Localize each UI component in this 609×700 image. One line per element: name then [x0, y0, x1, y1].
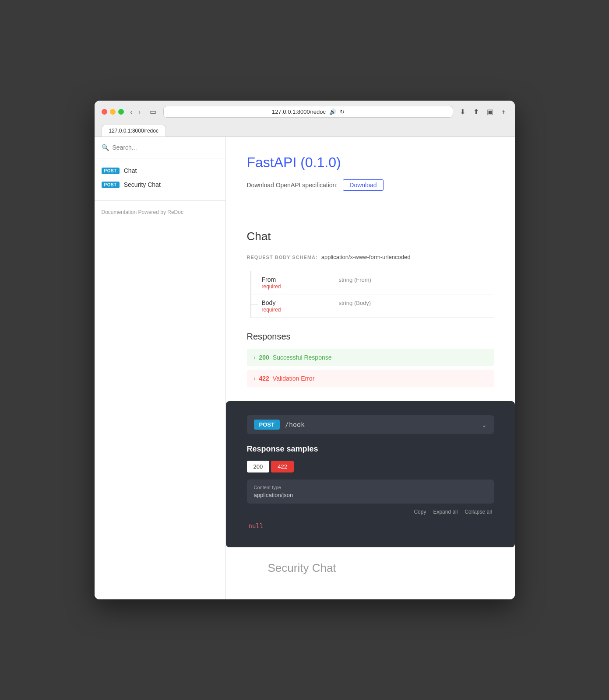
openapi-spec-row: Download OpenAPI specification: Download: [247, 179, 494, 191]
back-button[interactable]: ‹: [128, 107, 135, 117]
sidebar-item-security-chat[interactable]: POST Security Chat: [95, 178, 225, 192]
sidebar-toggle-button[interactable]: ▭: [147, 106, 159, 117]
search-input[interactable]: [113, 144, 218, 151]
duplicate-tab-icon[interactable]: ▣: [485, 106, 496, 117]
response-samples-title: Response samples: [247, 444, 494, 454]
address-text: 127.0.0.1:8000/redoc: [272, 108, 326, 115]
search-container: 🔍: [95, 144, 225, 158]
download-button[interactable]: Download: [343, 179, 383, 191]
field-type-body: string (Body): [328, 299, 371, 306]
section-divider-1: [226, 212, 515, 212]
endpoint-header[interactable]: POST /hook ⌄: [247, 415, 494, 434]
field-required-from: required: [262, 284, 328, 290]
expand-all-button[interactable]: Expand all: [433, 509, 458, 515]
minimize-button[interactable]: [110, 109, 116, 115]
download-status-icon[interactable]: ⬇: [458, 106, 468, 117]
sidebar-nav: POST Chat POST Security Chat: [95, 158, 225, 197]
responses-title: Responses: [247, 332, 494, 342]
code-block-header: Copy Expand all Collapse all: [247, 505, 494, 518]
sidebar: 🔍 POST Chat POST Security Chat Documenta…: [95, 137, 226, 599]
field-required-body: required: [262, 307, 328, 313]
audio-icon: 🔊: [329, 108, 336, 115]
sidebar-footer: Documentation Powered by ReDoc: [95, 200, 225, 223]
chat-section-title: Chat: [247, 230, 494, 243]
schema-type: application/x-www-form-urlencoded: [321, 254, 411, 260]
next-section: Security Chat: [247, 547, 494, 582]
content-type-value: application/json: [254, 492, 487, 498]
sidebar-item-chat[interactable]: POST Chat: [95, 164, 225, 178]
sidebar-item-label-chat: Chat: [124, 167, 137, 174]
response-tab-422[interactable]: 422: [271, 461, 294, 472]
endpoint-method-path: POST /hook: [254, 420, 305, 430]
collapse-all-button[interactable]: Collapse all: [465, 509, 492, 515]
response-tab-200[interactable]: 200: [247, 461, 270, 472]
copy-button[interactable]: Copy: [414, 509, 426, 515]
response-item-422[interactable]: › 422 Validation Error: [247, 370, 494, 387]
post-badge-chat: POST: [102, 168, 120, 174]
field-info-from: From required: [258, 276, 328, 290]
response-chevron-200: ›: [254, 354, 256, 360]
openapi-spec-label: Download OpenAPI specification:: [247, 182, 338, 189]
dark-panel: POST /hook ⌄ Response samples 200 422 Co…: [226, 401, 515, 547]
schema-fields: From required string (From) Body require…: [250, 271, 494, 318]
response-chevron-422: ›: [254, 375, 256, 382]
redoc-link[interactable]: Documentation Powered by ReDoc: [102, 209, 183, 215]
field-connector-body: [251, 304, 258, 304]
main-content: FastAPI (0.1.0) Download OpenAPI specifi…: [226, 137, 515, 599]
endpoint-path: /hook: [285, 421, 305, 429]
forward-button[interactable]: ›: [136, 107, 143, 117]
sidebar-item-label-security-chat: Security Chat: [124, 181, 161, 188]
close-button[interactable]: [102, 109, 107, 115]
response-code-200: 200: [259, 354, 269, 361]
traffic-lights: [102, 109, 124, 115]
search-icon: 🔍: [102, 144, 109, 151]
endpoint-method-badge: POST: [254, 420, 280, 430]
field-type-from: string (From): [328, 276, 371, 283]
response-tabs: 200 422: [247, 461, 494, 472]
response-code-422: 422: [259, 375, 269, 382]
content-type-label: Content type: [254, 485, 487, 490]
address-bar[interactable]: 127.0.0.1:8000/redoc 🔊 ↻: [163, 106, 453, 118]
field-connector-from: [251, 281, 258, 281]
active-tab[interactable]: 127.0.0.1:8000/redoc: [102, 125, 166, 136]
post-badge-security-chat: POST: [102, 182, 120, 188]
api-title: FastAPI (0.1.0): [247, 154, 494, 171]
share-icon[interactable]: ⬆: [471, 106, 481, 117]
field-name-from: From: [262, 276, 276, 283]
next-section-title: Security Chat: [268, 561, 473, 575]
refresh-icon: ↻: [340, 108, 345, 115]
schema-field-body: Body required string (Body): [251, 294, 494, 318]
field-info-body: Body required: [258, 299, 328, 313]
code-value: null: [249, 522, 264, 529]
endpoint-chevron-icon: ⌄: [482, 421, 487, 428]
response-item-200[interactable]: › 200 Successful Response: [247, 349, 494, 366]
new-tab-icon[interactable]: +: [499, 107, 507, 117]
response-description-422: Validation Error: [273, 375, 314, 382]
response-description-200: Successful Response: [273, 354, 332, 361]
field-name-body: Body: [262, 299, 276, 306]
code-block: null: [247, 518, 494, 533]
maximize-button[interactable]: [118, 109, 124, 115]
content-type-box: Content type application/json: [247, 480, 494, 504]
schema-field-from: From required string (From): [251, 271, 494, 294]
schema-label: REQUEST BODY SCHEMA: application/x-www-f…: [247, 254, 494, 264]
